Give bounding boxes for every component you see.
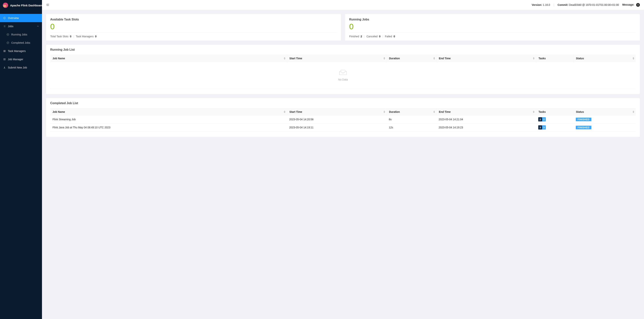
- commit-value: DeadD0d0 @ 1970-01-01T01:00:00+01:00: [569, 4, 619, 7]
- footer-value: 2: [360, 35, 362, 38]
- divider: [50, 89, 636, 89]
- footer-value: 0: [70, 35, 72, 38]
- sidebar-item-submit-new-job[interactable]: Submit New Job: [0, 64, 42, 72]
- menu-fold-icon[interactable]: [46, 3, 50, 7]
- svg-point-1: [3, 5, 6, 7]
- sidebar-item-label: Submit New Job: [8, 66, 27, 69]
- list-icon: [3, 25, 6, 28]
- sort-icon: [632, 111, 634, 113]
- col-start-time[interactable]: Start Time: [287, 108, 387, 115]
- separator: |: [382, 35, 383, 38]
- task-badges: 2 2: [538, 117, 546, 121]
- status-badge: FINISHED: [576, 118, 591, 121]
- col-duration[interactable]: Duration: [387, 108, 436, 115]
- cell-start-time: 2023-05-04 14:19:11: [287, 124, 387, 132]
- col-status[interactable]: Status: [574, 108, 636, 115]
- sidebar-item-label: Task Managers: [8, 50, 26, 53]
- sidebar-sub-completed-jobs[interactable]: Completed Jobs: [0, 39, 42, 47]
- list-title: Completed Job List: [50, 102, 636, 105]
- footer-label: Canceled: [366, 35, 378, 38]
- sort-icon: [384, 57, 385, 60]
- sidebar-item-job-manager[interactable]: Job Manager: [0, 55, 42, 64]
- schedule-icon: [3, 50, 6, 53]
- footer-value: 0: [95, 35, 96, 38]
- table-row[interactable]: Flink Java Job at Thu May 04 08:49:10 UT…: [50, 124, 636, 132]
- cell-tasks: 2 2: [536, 115, 573, 124]
- col-job-name[interactable]: Job Name: [50, 108, 287, 115]
- play-circle-icon: [6, 33, 9, 36]
- col-label: Status: [576, 110, 584, 113]
- sidebar-item-label: Running Jobs: [11, 33, 27, 36]
- sidebar-item-overview[interactable]: Overview: [0, 14, 42, 22]
- cell-duration: 12s: [387, 124, 436, 132]
- main: Version: 1.16.0 | Commit: DeadD0d0 @ 197…: [42, 0, 644, 319]
- sort-icon: [533, 57, 534, 60]
- sort-icon: [433, 111, 435, 113]
- upload-icon: [3, 66, 6, 69]
- finished-count: Finished 2: [349, 35, 362, 38]
- sidebar-header: Apache Flink Dashboard: [0, 0, 42, 11]
- footer-label: Finished: [349, 35, 359, 38]
- col-duration[interactable]: Duration: [387, 55, 436, 62]
- check-circle-icon: [6, 41, 9, 44]
- task-badge-total: 3: [538, 125, 542, 130]
- inbox-icon: [338, 69, 348, 76]
- card-title: Available Task Slots: [50, 18, 337, 21]
- sidebar: Apache Flink Dashboard Overview Jobs Run…: [0, 0, 42, 319]
- col-end-time[interactable]: End Time: [436, 55, 536, 62]
- col-tasks[interactable]: Tasks: [536, 55, 573, 62]
- footer-label: Total Task Slots: [50, 35, 68, 38]
- cell-status: FINISHED: [574, 124, 636, 132]
- canceled-count: Canceled 0: [366, 35, 380, 38]
- sort-icon: [433, 57, 435, 60]
- separator: |: [364, 35, 365, 38]
- card-value: 0: [50, 22, 337, 33]
- task-badge-finished: 3: [542, 125, 546, 130]
- failed-count: Failed 0: [385, 35, 395, 38]
- col-label: Start Time: [290, 57, 302, 60]
- message-badge[interactable]: 0: [636, 3, 640, 7]
- total-task-slots: Total Task Slots 0: [50, 35, 72, 38]
- col-label: Job Name: [52, 110, 65, 113]
- topbar-right: Version: 1.16.0 | Commit: DeadD0d0 @ 197…: [532, 3, 640, 7]
- sidebar-item-label: Job Manager: [8, 58, 23, 61]
- cell-job-name: Flink Java Job at Thu May 04 08:49:10 UT…: [50, 124, 287, 132]
- sidebar-item-label: Jobs: [8, 25, 14, 28]
- col-end-time[interactable]: End Time: [436, 108, 536, 115]
- sidebar-item-label: Completed Jobs: [11, 41, 30, 44]
- table-row[interactable]: Flink Streaming Job 2023-05-04 14:20:56 …: [50, 115, 636, 124]
- col-label: End Time: [439, 57, 451, 60]
- col-label: Duration: [389, 57, 400, 60]
- card-footer: Total Task Slots 0 | Task Managers 0: [50, 35, 337, 38]
- sidebar-sub-running-jobs[interactable]: Running Jobs: [0, 31, 42, 39]
- empty-state: No Data: [50, 62, 636, 86]
- app-title: Apache Flink Dashboard: [10, 4, 43, 7]
- task-badge-finished: 2: [542, 117, 546, 121]
- commit-info: Commit: DeadD0d0 @ 1970-01-01T01:00:00+0…: [558, 4, 619, 7]
- completed-jobs-table: Job Name Start Time Duration End Time Ta…: [50, 108, 636, 132]
- list-title: Running Job List: [50, 48, 636, 52]
- col-label: End Time: [439, 110, 451, 113]
- col-start-time[interactable]: Start Time: [287, 55, 387, 62]
- cell-job-name: Flink Streaming Job: [50, 115, 287, 124]
- sidebar-item-jobs[interactable]: Jobs: [0, 22, 42, 31]
- col-job-name[interactable]: Job Name: [50, 55, 287, 62]
- col-label: Status: [576, 57, 584, 60]
- sort-icon: [384, 111, 385, 113]
- cell-duration: 8s: [387, 115, 436, 124]
- chevron-up-icon: [37, 25, 39, 28]
- version-info: Version: 1.16.0: [532, 4, 550, 7]
- sidebar-item-task-managers[interactable]: Task Managers: [0, 47, 42, 55]
- sort-icon: [284, 111, 286, 113]
- col-status[interactable]: Status: [574, 55, 636, 62]
- task-managers-count: Task Managers 0: [76, 35, 96, 38]
- topbar: Version: 1.16.0 | Commit: DeadD0d0 @ 197…: [42, 0, 644, 10]
- col-tasks[interactable]: Tasks: [536, 108, 573, 115]
- status-badge: FINISHED: [576, 126, 591, 129]
- card-footer: Finished 2 | Canceled 0 | Failed 0: [349, 35, 636, 38]
- col-label: Duration: [389, 110, 400, 113]
- card-value: 0: [349, 22, 636, 33]
- version-label: Version:: [532, 4, 542, 7]
- version-value: 1.16.0: [543, 4, 550, 7]
- content: Available Task Slots 0 Total Task Slots …: [42, 10, 644, 141]
